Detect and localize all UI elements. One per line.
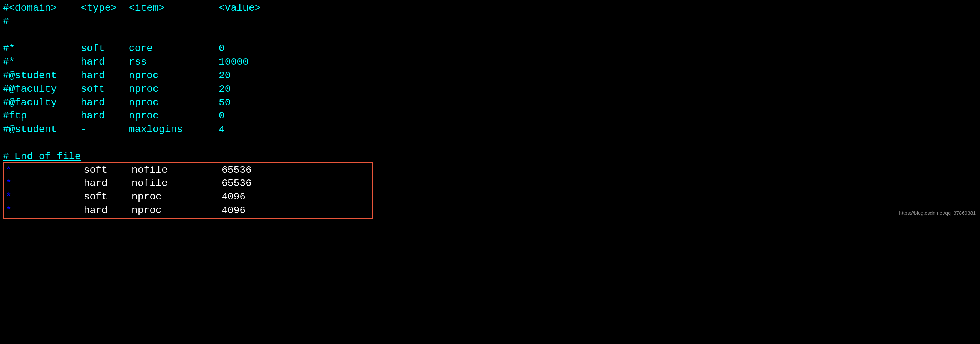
watermark-text: https://blog.csdn.net/qq_37860381 (899, 210, 976, 217)
config-values: soft nproc 4096 (12, 191, 245, 202)
config-values: hard nofile 65536 (12, 178, 251, 189)
end-of-file-line: # End of file (3, 150, 977, 163)
commented-row: #* hard rss 10000 (3, 55, 977, 69)
config-row: * soft nproc 4096 (6, 190, 370, 204)
blank-line (3, 136, 977, 150)
commented-row: #@faculty hard nproc 50 (3, 96, 977, 110)
commented-row: #@faculty soft nproc 20 (3, 83, 977, 96)
config-row: * soft nofile 65536 (6, 163, 370, 177)
blank-line (3, 29, 977, 42)
wildcard-star: * (6, 164, 12, 175)
commented-row: #@student - maxlogins 4 (3, 123, 977, 136)
hash-line: # (3, 15, 977, 29)
config-row: * hard nofile 65536 (6, 177, 370, 190)
highlighted-config-block: * soft nofile 65536* hard nofile 65536* … (3, 162, 372, 219)
commented-row: #@student hard nproc 20 (3, 69, 977, 83)
wildcard-star: * (6, 205, 12, 216)
header-line: #<domain> <type> <item> <value> (3, 2, 977, 15)
config-values: hard nproc 4096 (12, 205, 245, 216)
config-row: * hard nproc 4096 (6, 204, 370, 217)
wildcard-star: * (6, 178, 12, 189)
commented-row: #* soft core 0 (3, 42, 977, 55)
wildcard-star: * (6, 191, 12, 202)
commented-row: #ftp hard nproc 0 (3, 109, 977, 123)
terminal-output: #<domain> <type> <item> <value> # #* sof… (0, 0, 980, 220)
config-values: soft nofile 65536 (12, 164, 251, 175)
